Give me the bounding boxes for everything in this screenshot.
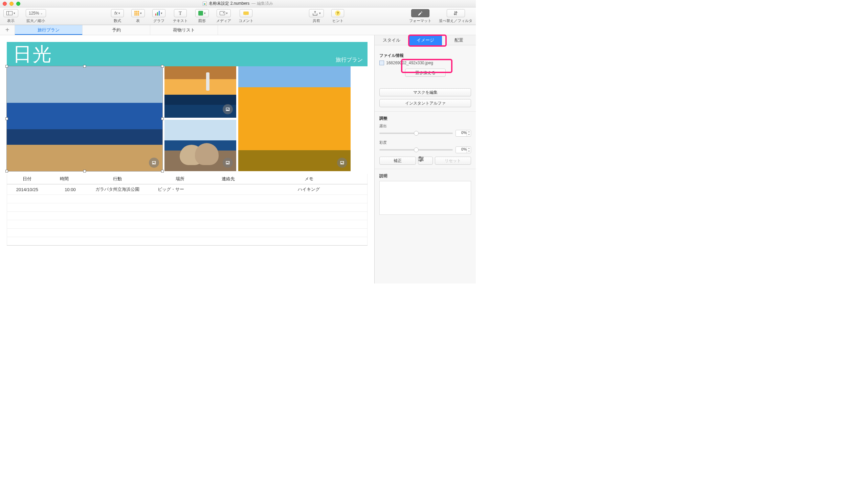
adjustments-button[interactable] [418, 157, 433, 165]
slider-knob[interactable] [414, 131, 419, 136]
format-label: フォーマット [409, 18, 432, 23]
resize-handle[interactable] [83, 170, 86, 173]
table-header-place[interactable]: 場所 [154, 174, 206, 184]
sheet-tab-reservations[interactable]: 予約 [83, 25, 150, 35]
table-row[interactable] [7, 212, 368, 220]
table-row[interactable] [7, 203, 368, 212]
inspector-tab-style[interactable]: スタイル [375, 35, 408, 45]
chart-button[interactable]: ▾ [152, 9, 165, 17]
resize-handle[interactable] [161, 65, 164, 68]
media-button[interactable]: ▾ [216, 9, 231, 17]
exposure-value-field[interactable]: 0%▴▾ [456, 130, 471, 137]
cell-time[interactable]: 10:00 [47, 184, 81, 195]
cell-contact[interactable] [206, 184, 250, 195]
shape-button[interactable]: ▾ [195, 9, 209, 17]
chart-label: グラフ [153, 18, 164, 23]
banner[interactable]: 日光 旅行プラン [7, 42, 368, 66]
hint-button[interactable]: ? [331, 9, 344, 17]
minimize-window-button[interactable] [10, 2, 14, 6]
sort-filter-button[interactable] [447, 9, 465, 17]
sheet-tab-travel-plan[interactable]: 旅行プラン [15, 25, 83, 35]
cell-memo[interactable]: ハイキング [250, 184, 368, 195]
formula-button[interactable]: fx▾ [111, 9, 124, 17]
hint-label: ヒント [332, 18, 344, 23]
zoom-label: 拡大／縮小 [27, 18, 45, 23]
photo-row [7, 66, 368, 171]
table-row[interactable] [7, 237, 368, 246]
zoom-selector[interactable]: 125%⌄ [26, 9, 46, 17]
table-header-action[interactable]: 行動 [81, 174, 154, 184]
resize-handle[interactable] [83, 65, 86, 68]
stepper[interactable]: ▴▾ [467, 130, 471, 136]
resize-handle[interactable] [5, 118, 8, 120]
table-button[interactable]: ▾ [131, 9, 145, 17]
saturation-slider[interactable] [380, 149, 453, 150]
canvas[interactable]: 日光 旅行プラン 日付 [0, 35, 374, 284]
reset-button[interactable]: リセット [435, 157, 471, 165]
table-row[interactable] [7, 220, 368, 229]
file-name: 168269002_492x330.jpeg [386, 60, 433, 65]
photo-seals[interactable] [164, 120, 236, 171]
photo-main-selected[interactable] [7, 66, 162, 171]
edit-mask-button[interactable]: マスクを編集 [380, 88, 471, 96]
window-title: 名称未設定 2.numbers — 編集済み [203, 1, 273, 6]
resize-handle[interactable] [5, 65, 8, 68]
photo-lighthouse[interactable] [164, 66, 236, 118]
toolbar: ▾ 表示 125%⌄ 拡大／縮小 fx▾ 数式 ▾ 表 ▾ グラフ T テキスト… [0, 7, 476, 25]
banner-title: 日光 [13, 44, 362, 64]
saturation-label: 彩度 [380, 140, 471, 145]
image-placeholder-icon[interactable] [337, 158, 347, 168]
document-icon [203, 2, 207, 6]
slider-knob[interactable] [414, 147, 419, 152]
format-button[interactable] [411, 9, 429, 17]
text-label: テキスト [173, 18, 188, 23]
table-header-memo[interactable]: メモ [250, 174, 368, 184]
instant-alpha-button[interactable]: インスタントアルファ [380, 99, 471, 107]
exposure-slider[interactable] [380, 132, 453, 134]
table-header-contact[interactable]: 連絡先 [206, 174, 250, 184]
image-placeholder-icon[interactable] [223, 158, 233, 168]
cell-date[interactable]: 2014/10/25 [7, 184, 47, 195]
file-info-row: 168269002_492x330.jpeg [380, 60, 471, 65]
close-window-button[interactable] [3, 2, 7, 6]
cell-place[interactable]: ビッグ・サー [154, 184, 206, 195]
comment-button[interactable] [240, 9, 252, 17]
image-placeholder-icon[interactable] [149, 158, 159, 168]
inspector-tab-arrange[interactable]: 配置 [442, 35, 476, 45]
comment-label: コメント [239, 18, 253, 23]
zoom-value: 125% [29, 11, 39, 16]
table-header-time[interactable]: 時間 [47, 174, 81, 184]
image-placeholder-icon[interactable] [223, 104, 233, 114]
inspector-tabs: スタイル イメージ 配置 [375, 35, 476, 45]
file-info-heading: ファイル情報 [380, 53, 471, 58]
maximize-window-button[interactable] [16, 2, 20, 6]
table-label: 表 [136, 18, 140, 23]
titlebar: 名称未設定 2.numbers — 編集済み [0, 0, 476, 7]
view-button[interactable]: ▾ [3, 9, 18, 17]
sheet-tab-label: 旅行プラン [38, 27, 59, 33]
share-button[interactable]: ▾ [309, 9, 324, 17]
description-textbox[interactable] [380, 181, 471, 215]
resize-handle[interactable] [161, 118, 164, 120]
exposure-label: 露出 [380, 124, 471, 128]
resize-handle[interactable] [5, 170, 8, 173]
photo-flowers[interactable] [238, 66, 351, 171]
table-header-date[interactable]: 日付 [7, 174, 47, 184]
itinerary-table[interactable]: 日付 時間 行動 場所 連絡先 メモ 2014/10/25 10:00 ガラパタ… [7, 174, 368, 246]
sheet-tab-packing-list[interactable]: 荷物リスト [150, 25, 218, 35]
saturation-value-field[interactable]: 0%▴▾ [456, 146, 471, 153]
table-row[interactable] [7, 229, 368, 237]
inspector-tab-image[interactable]: イメージ [408, 35, 442, 45]
add-sheet-button[interactable]: + [0, 25, 15, 35]
replace-button[interactable]: 置き換える [405, 69, 446, 77]
adjust-heading: 調整 [380, 116, 471, 122]
table-row[interactable] [7, 195, 368, 203]
table-row[interactable]: 2014/10/25 10:00 ガラパタ州立海浜公園 ビッグ・サー ハイキング [7, 184, 368, 195]
resize-handle[interactable] [161, 170, 164, 173]
enhance-button[interactable]: 補正 [380, 157, 416, 165]
cell-action[interactable]: ガラパタ州立海浜公園 [81, 184, 154, 195]
stepper[interactable]: ▴▾ [467, 147, 471, 153]
share-label: 共有 [313, 18, 320, 23]
sheet-tabs: + 旅行プラン 予約 荷物リスト [0, 25, 476, 35]
text-button[interactable]: T [174, 9, 187, 17]
